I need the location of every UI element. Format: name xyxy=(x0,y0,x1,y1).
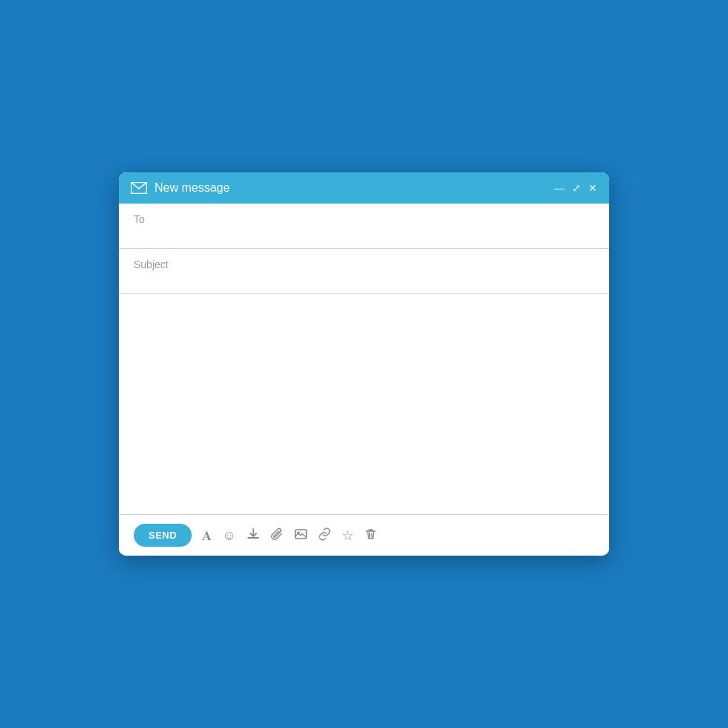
titlebar: New message — ⤢ ✕ xyxy=(119,172,609,204)
titlebar-left: New message xyxy=(131,181,230,195)
minimize-button[interactable]: — xyxy=(554,183,565,193)
font-icon[interactable]: 𝐀 xyxy=(202,529,212,542)
to-label: To xyxy=(134,213,145,225)
subject-field-row: Subject xyxy=(119,249,609,294)
titlebar-title: New message xyxy=(155,181,230,195)
envelope-icon xyxy=(131,182,147,194)
subject-input[interactable] xyxy=(134,272,594,284)
message-textarea[interactable] xyxy=(134,306,594,499)
to-field-row: To xyxy=(119,204,609,249)
download-icon[interactable] xyxy=(247,527,260,543)
close-button[interactable]: ✕ xyxy=(588,183,597,193)
emoji-icon[interactable]: ☺ xyxy=(222,529,235,542)
email-compose-window: New message — ⤢ ✕ To Subject SEND 𝐀 ☺ xyxy=(119,172,609,556)
maximize-button[interactable]: ⤢ xyxy=(572,183,581,193)
message-area xyxy=(119,294,609,514)
subject-label: Subject xyxy=(134,259,169,270)
to-input[interactable] xyxy=(134,227,594,238)
link-icon[interactable] xyxy=(318,527,331,543)
trash-icon[interactable] xyxy=(364,527,377,543)
send-button[interactable]: SEND xyxy=(134,524,192,547)
attach-icon[interactable] xyxy=(270,527,284,543)
image-icon[interactable] xyxy=(294,527,308,543)
titlebar-controls: — ⤢ ✕ xyxy=(554,183,597,193)
star-icon[interactable]: ☆ xyxy=(342,529,354,542)
window-body: To Subject SEND 𝐀 ☺ xyxy=(119,204,609,556)
toolbar: SEND 𝐀 ☺ xyxy=(119,514,609,556)
